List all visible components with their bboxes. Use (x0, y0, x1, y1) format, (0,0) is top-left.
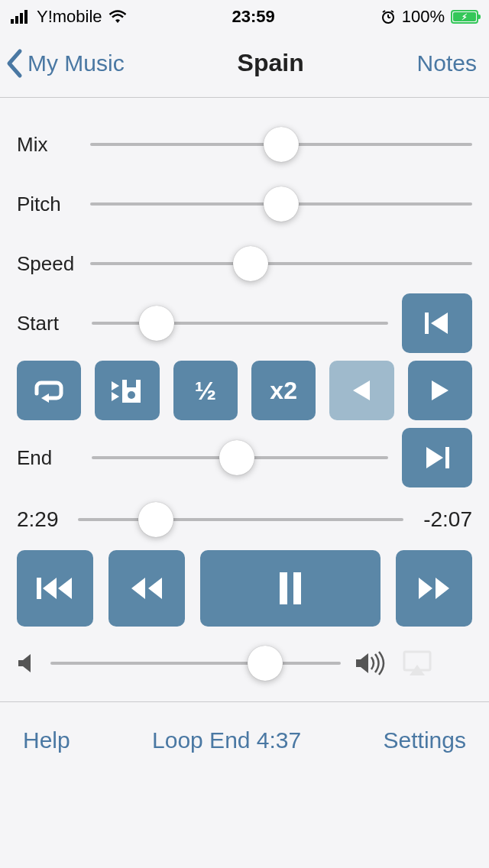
go-end-button[interactable] (402, 428, 472, 487)
svg-marker-23 (131, 578, 145, 599)
svg-marker-17 (432, 381, 449, 400)
svg-marker-16 (353, 381, 370, 400)
speed-label: Speed (17, 252, 78, 276)
nav-bar: My Music Spain Notes (0, 34, 489, 98)
chevron-left-icon (5, 48, 26, 79)
svg-rect-26 (293, 572, 301, 604)
svg-marker-12 (112, 381, 119, 390)
svg-marker-30 (356, 653, 368, 673)
loop-button[interactable] (17, 361, 81, 420)
end-label: End (17, 446, 78, 470)
notes-button[interactable]: Notes (417, 50, 477, 76)
svg-line-8 (391, 11, 393, 12)
double-speed-button[interactable]: x2 (251, 361, 316, 420)
end-slider[interactable] (92, 442, 388, 473)
carrier-label: Y!mobile (37, 7, 102, 27)
skip-back-button[interactable] (17, 550, 93, 627)
half-speed-button[interactable]: ½ (173, 361, 238, 420)
svg-rect-19 (445, 447, 449, 468)
status-bar: Y!mobile 23:59 100% ⚡︎ (0, 0, 489, 34)
start-label: Start (17, 312, 78, 335)
svg-marker-13 (112, 392, 119, 401)
playhead-slider[interactable] (78, 504, 403, 535)
svg-rect-2 (20, 13, 23, 24)
elapsed-time: 2:29 (17, 507, 67, 532)
remaining-time: -2:07 (414, 507, 472, 532)
mix-label: Mix (17, 133, 78, 157)
svg-marker-22 (58, 578, 72, 599)
svg-point-15 (128, 391, 135, 399)
battery-icon: ⚡︎ (451, 10, 478, 24)
main-content: Mix Pitch Speed Start (0, 98, 489, 701)
go-start-button[interactable] (402, 293, 472, 353)
settings-button[interactable]: Settings (384, 727, 466, 753)
signal-icon (11, 10, 31, 24)
svg-rect-0 (11, 19, 14, 24)
volume-slider[interactable] (50, 648, 341, 679)
svg-rect-25 (280, 572, 287, 604)
fast-forward-button[interactable] (396, 550, 472, 627)
volume-high-icon (355, 651, 388, 675)
svg-marker-10 (431, 313, 448, 334)
svg-rect-3 (24, 10, 28, 24)
svg-marker-18 (426, 447, 443, 468)
svg-marker-27 (419, 578, 432, 599)
rewind-button[interactable] (108, 550, 185, 627)
pitch-label: Pitch (17, 193, 78, 216)
svg-rect-9 (425, 313, 429, 334)
battery-pct: 100% (402, 7, 445, 27)
prev-loop-button[interactable] (329, 361, 393, 420)
footer-bar: Help Loop End 4:37 Settings (0, 701, 489, 778)
svg-marker-21 (43, 578, 57, 599)
loop-status: Loop End 4:37 (152, 727, 301, 753)
volume-low-icon (17, 653, 37, 674)
svg-marker-11 (41, 394, 49, 403)
svg-marker-29 (18, 654, 31, 672)
wifi-icon (108, 10, 127, 24)
next-loop-button[interactable] (408, 361, 472, 420)
page-title: Spain (238, 49, 304, 77)
svg-rect-14 (127, 380, 136, 387)
save-loop-button[interactable] (95, 361, 159, 420)
back-label: My Music (28, 50, 125, 76)
svg-marker-24 (148, 578, 162, 599)
help-button[interactable]: Help (23, 727, 70, 753)
svg-marker-28 (436, 578, 449, 599)
pitch-slider[interactable] (90, 189, 472, 219)
clock: 23:59 (232, 7, 275, 27)
back-button[interactable]: My Music (5, 48, 125, 79)
speed-slider[interactable] (90, 248, 472, 279)
alarm-icon (381, 9, 396, 24)
svg-rect-1 (15, 16, 18, 24)
mix-slider[interactable] (90, 129, 472, 160)
pause-button[interactable] (200, 550, 381, 627)
airplay-button[interactable] (402, 649, 432, 677)
start-slider[interactable] (92, 308, 388, 338)
svg-line-7 (383, 11, 385, 12)
svg-rect-20 (37, 578, 41, 599)
